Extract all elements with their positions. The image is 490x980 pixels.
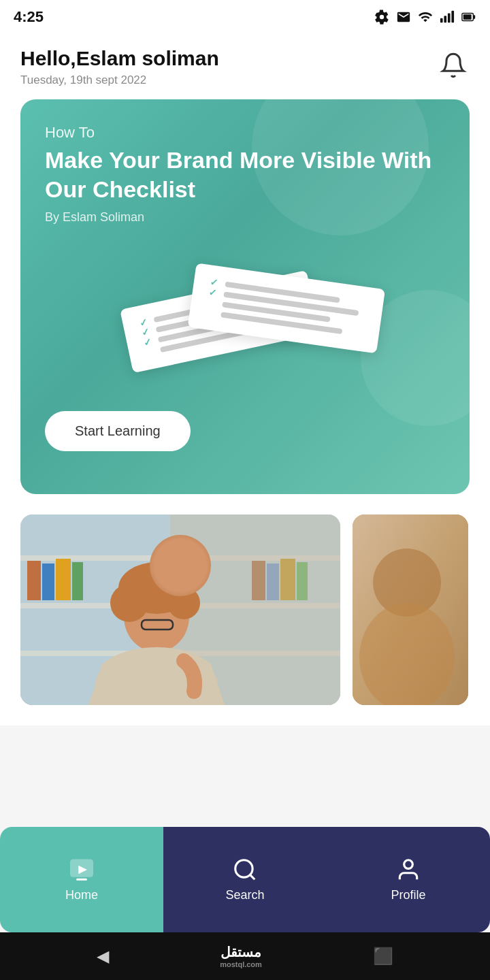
thumb-image-1: [20, 514, 340, 705]
profile-icon: [395, 857, 421, 883]
bell-icon: [440, 52, 467, 79]
svg-rect-11: [27, 561, 41, 600]
svg-rect-0: [440, 18, 443, 22]
wifi-icon: [418, 10, 433, 24]
svg-rect-13: [56, 559, 71, 600]
nav-search-label: Search: [225, 888, 264, 902]
svg-point-26: [163, 577, 188, 602]
svg-point-37: [235, 860, 252, 877]
app-logo: مستقل mostql.com: [220, 944, 262, 968]
search-icon: [232, 857, 258, 883]
battery-icon: [461, 10, 476, 24]
nav-item-home[interactable]: Home: [0, 827, 163, 932]
status-bar: 4:25: [0, 0, 490, 34]
logo-text: مستقل: [220, 944, 262, 960]
system-bar: ◀ مستقل mostql.com ⬛: [0, 932, 490, 980]
svg-rect-36: [76, 879, 87, 881]
status-time: 4:25: [14, 8, 44, 26]
woman-silhouette: [20, 514, 340, 705]
nav-item-search[interactable]: Search: [163, 827, 327, 932]
header-text: Hello,Eslam soliman Tuesday, 19th sept 2…: [20, 46, 219, 87]
main-content: How To Make Your Brand More Visible With…: [0, 99, 490, 725]
svg-rect-6: [463, 14, 472, 19]
svg-point-24: [167, 587, 200, 619]
status-icons: [374, 10, 476, 24]
card-author: By Eslam Soliman: [45, 210, 445, 225]
signal-icon: [440, 10, 455, 24]
mail-icon: [396, 10, 411, 24]
greeting-title: Hello,Eslam soliman: [20, 46, 219, 71]
thumb-image-2: [353, 514, 468, 705]
checklist-illustration: [45, 241, 445, 377]
card-title: Make Your Brand More Visible With Our Ch…: [45, 146, 445, 203]
start-learning-button[interactable]: Start Learning: [45, 411, 191, 451]
nav-profile-label: Profile: [391, 888, 425, 902]
back-button[interactable]: ◀: [97, 947, 109, 966]
svg-rect-3: [451, 11, 454, 22]
date-subtitle: Tuesday, 19th sept 2022: [20, 74, 219, 87]
logo-subtext: mostql.com: [220, 960, 262, 968]
bottom-nav: Home Search Profile: [0, 827, 490, 932]
second-thumb-content: [353, 514, 468, 705]
thumbnail-card-1[interactable]: [20, 514, 340, 705]
home-play-icon: [69, 857, 95, 883]
thumbnail-card-2[interactable]: [353, 514, 468, 705]
notification-bell-button[interactable]: [437, 49, 470, 82]
svg-point-38: [404, 860, 413, 869]
home-system-button[interactable]: ⬛: [373, 947, 393, 966]
nav-home-label: Home: [65, 888, 98, 902]
header: Hello,Eslam soliman Tuesday, 19th sept 2…: [0, 34, 490, 99]
svg-rect-5: [473, 15, 475, 19]
feature-card: How To Make Your Brand More Visible With…: [20, 99, 470, 494]
svg-rect-2: [448, 14, 451, 23]
card-subtitle: How To: [45, 124, 445, 142]
svg-rect-12: [42, 564, 54, 600]
thumbnails-row: [20, 514, 470, 712]
svg-rect-14: [72, 562, 83, 600]
settings-icon: [374, 10, 389, 24]
svg-point-25: [124, 574, 151, 602]
svg-rect-1: [444, 16, 446, 22]
nav-item-profile[interactable]: Profile: [327, 827, 490, 932]
